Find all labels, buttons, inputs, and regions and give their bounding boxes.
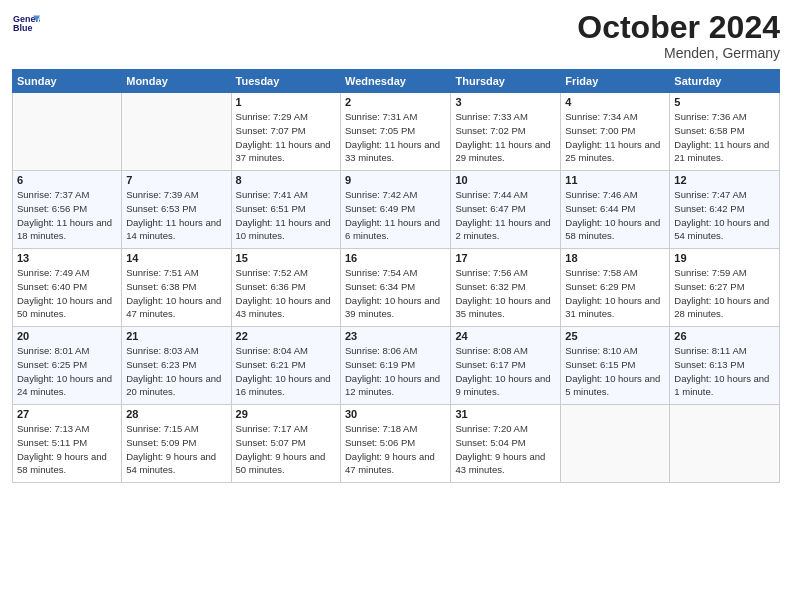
day-number: 10: [455, 174, 556, 186]
day-number: 14: [126, 252, 226, 264]
logo: General Blue: [12, 10, 40, 38]
day-cell: 26Sunrise: 8:11 AMSunset: 6:13 PMDayligh…: [670, 327, 780, 405]
day-info: Sunrise: 7:49 AMSunset: 6:40 PMDaylight:…: [17, 266, 117, 321]
day-number: 22: [236, 330, 336, 342]
day-number: 25: [565, 330, 665, 342]
day-cell: 16Sunrise: 7:54 AMSunset: 6:34 PMDayligh…: [341, 249, 451, 327]
day-info: Sunrise: 7:33 AMSunset: 7:02 PMDaylight:…: [455, 110, 556, 165]
day-cell: 6Sunrise: 7:37 AMSunset: 6:56 PMDaylight…: [13, 171, 122, 249]
day-cell: 17Sunrise: 7:56 AMSunset: 6:32 PMDayligh…: [451, 249, 561, 327]
week-row: 27Sunrise: 7:13 AMSunset: 5:11 PMDayligh…: [13, 405, 780, 483]
day-number: 23: [345, 330, 446, 342]
day-info: Sunrise: 7:47 AMSunset: 6:42 PMDaylight:…: [674, 188, 775, 243]
day-number: 17: [455, 252, 556, 264]
day-cell: 24Sunrise: 8:08 AMSunset: 6:17 PMDayligh…: [451, 327, 561, 405]
day-number: 19: [674, 252, 775, 264]
week-row: 13Sunrise: 7:49 AMSunset: 6:40 PMDayligh…: [13, 249, 780, 327]
day-number: 26: [674, 330, 775, 342]
logo-icon: General Blue: [12, 10, 40, 38]
day-info: Sunrise: 7:39 AMSunset: 6:53 PMDaylight:…: [126, 188, 226, 243]
day-number: 29: [236, 408, 336, 420]
day-number: 18: [565, 252, 665, 264]
day-number: 1: [236, 96, 336, 108]
day-info: Sunrise: 7:31 AMSunset: 7:05 PMDaylight:…: [345, 110, 446, 165]
day-info: Sunrise: 7:41 AMSunset: 6:51 PMDaylight:…: [236, 188, 336, 243]
location: Menden, Germany: [577, 45, 780, 61]
weekday-header: Wednesday: [341, 70, 451, 93]
day-cell: [670, 405, 780, 483]
day-cell: [122, 93, 231, 171]
day-info: Sunrise: 7:51 AMSunset: 6:38 PMDaylight:…: [126, 266, 226, 321]
day-info: Sunrise: 7:56 AMSunset: 6:32 PMDaylight:…: [455, 266, 556, 321]
day-info: Sunrise: 7:20 AMSunset: 5:04 PMDaylight:…: [455, 422, 556, 477]
day-cell: [13, 93, 122, 171]
day-cell: 10Sunrise: 7:44 AMSunset: 6:47 PMDayligh…: [451, 171, 561, 249]
calendar: SundayMondayTuesdayWednesdayThursdayFrid…: [12, 69, 780, 483]
day-info: Sunrise: 7:29 AMSunset: 7:07 PMDaylight:…: [236, 110, 336, 165]
day-info: Sunrise: 7:42 AMSunset: 6:49 PMDaylight:…: [345, 188, 446, 243]
day-cell: 25Sunrise: 8:10 AMSunset: 6:15 PMDayligh…: [561, 327, 670, 405]
day-info: Sunrise: 8:11 AMSunset: 6:13 PMDaylight:…: [674, 344, 775, 399]
day-number: 27: [17, 408, 117, 420]
day-number: 5: [674, 96, 775, 108]
day-cell: 7Sunrise: 7:39 AMSunset: 6:53 PMDaylight…: [122, 171, 231, 249]
day-number: 3: [455, 96, 556, 108]
day-info: Sunrise: 8:06 AMSunset: 6:19 PMDaylight:…: [345, 344, 446, 399]
day-number: 11: [565, 174, 665, 186]
day-cell: [561, 405, 670, 483]
day-cell: 28Sunrise: 7:15 AMSunset: 5:09 PMDayligh…: [122, 405, 231, 483]
day-info: Sunrise: 7:13 AMSunset: 5:11 PMDaylight:…: [17, 422, 117, 477]
day-number: 7: [126, 174, 226, 186]
day-cell: 4Sunrise: 7:34 AMSunset: 7:00 PMDaylight…: [561, 93, 670, 171]
day-info: Sunrise: 7:54 AMSunset: 6:34 PMDaylight:…: [345, 266, 446, 321]
day-cell: 9Sunrise: 7:42 AMSunset: 6:49 PMDaylight…: [341, 171, 451, 249]
day-info: Sunrise: 8:10 AMSunset: 6:15 PMDaylight:…: [565, 344, 665, 399]
day-cell: 23Sunrise: 8:06 AMSunset: 6:19 PMDayligh…: [341, 327, 451, 405]
day-number: 21: [126, 330, 226, 342]
title-area: October 2024 Menden, Germany: [577, 10, 780, 61]
day-number: 15: [236, 252, 336, 264]
day-number: 31: [455, 408, 556, 420]
day-info: Sunrise: 7:36 AMSunset: 6:58 PMDaylight:…: [674, 110, 775, 165]
day-cell: 2Sunrise: 7:31 AMSunset: 7:05 PMDaylight…: [341, 93, 451, 171]
week-row: 1Sunrise: 7:29 AMSunset: 7:07 PMDaylight…: [13, 93, 780, 171]
day-info: Sunrise: 7:52 AMSunset: 6:36 PMDaylight:…: [236, 266, 336, 321]
header: General Blue October 2024 Menden, German…: [12, 10, 780, 61]
day-number: 30: [345, 408, 446, 420]
day-number: 16: [345, 252, 446, 264]
day-cell: 15Sunrise: 7:52 AMSunset: 6:36 PMDayligh…: [231, 249, 340, 327]
day-number: 13: [17, 252, 117, 264]
day-cell: 13Sunrise: 7:49 AMSunset: 6:40 PMDayligh…: [13, 249, 122, 327]
weekday-header: Tuesday: [231, 70, 340, 93]
week-row: 6Sunrise: 7:37 AMSunset: 6:56 PMDaylight…: [13, 171, 780, 249]
day-cell: 3Sunrise: 7:33 AMSunset: 7:02 PMDaylight…: [451, 93, 561, 171]
day-info: Sunrise: 8:01 AMSunset: 6:25 PMDaylight:…: [17, 344, 117, 399]
day-info: Sunrise: 7:37 AMSunset: 6:56 PMDaylight:…: [17, 188, 117, 243]
weekday-header: Sunday: [13, 70, 122, 93]
day-info: Sunrise: 7:58 AMSunset: 6:29 PMDaylight:…: [565, 266, 665, 321]
day-cell: 19Sunrise: 7:59 AMSunset: 6:27 PMDayligh…: [670, 249, 780, 327]
day-cell: 14Sunrise: 7:51 AMSunset: 6:38 PMDayligh…: [122, 249, 231, 327]
weekday-header: Friday: [561, 70, 670, 93]
svg-text:Blue: Blue: [13, 23, 32, 33]
day-cell: 27Sunrise: 7:13 AMSunset: 5:11 PMDayligh…: [13, 405, 122, 483]
day-cell: 20Sunrise: 8:01 AMSunset: 6:25 PMDayligh…: [13, 327, 122, 405]
day-cell: 1Sunrise: 7:29 AMSunset: 7:07 PMDaylight…: [231, 93, 340, 171]
day-cell: 5Sunrise: 7:36 AMSunset: 6:58 PMDaylight…: [670, 93, 780, 171]
day-cell: 12Sunrise: 7:47 AMSunset: 6:42 PMDayligh…: [670, 171, 780, 249]
day-number: 4: [565, 96, 665, 108]
day-number: 12: [674, 174, 775, 186]
day-number: 24: [455, 330, 556, 342]
day-info: Sunrise: 8:03 AMSunset: 6:23 PMDaylight:…: [126, 344, 226, 399]
day-number: 8: [236, 174, 336, 186]
day-cell: 8Sunrise: 7:41 AMSunset: 6:51 PMDaylight…: [231, 171, 340, 249]
day-cell: 11Sunrise: 7:46 AMSunset: 6:44 PMDayligh…: [561, 171, 670, 249]
day-info: Sunrise: 7:46 AMSunset: 6:44 PMDaylight:…: [565, 188, 665, 243]
day-info: Sunrise: 7:44 AMSunset: 6:47 PMDaylight:…: [455, 188, 556, 243]
day-number: 20: [17, 330, 117, 342]
weekday-header: Monday: [122, 70, 231, 93]
day-info: Sunrise: 7:34 AMSunset: 7:00 PMDaylight:…: [565, 110, 665, 165]
day-info: Sunrise: 8:04 AMSunset: 6:21 PMDaylight:…: [236, 344, 336, 399]
day-info: Sunrise: 7:59 AMSunset: 6:27 PMDaylight:…: [674, 266, 775, 321]
day-info: Sunrise: 8:08 AMSunset: 6:17 PMDaylight:…: [455, 344, 556, 399]
